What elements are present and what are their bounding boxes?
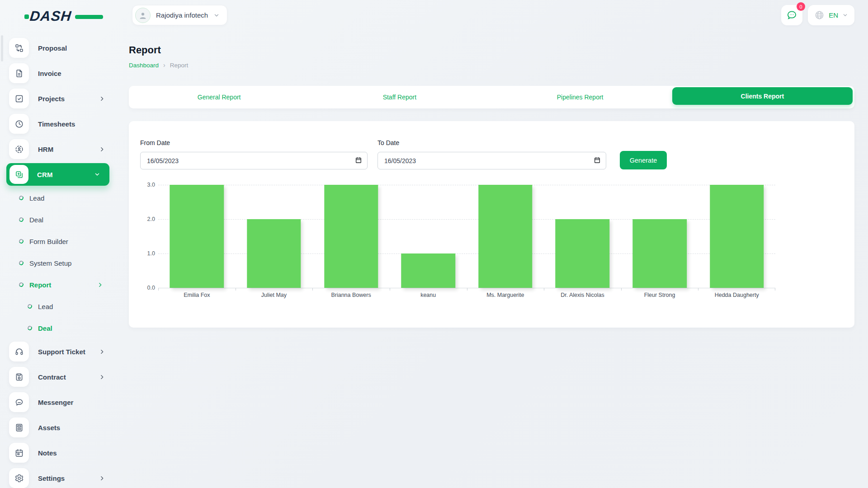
- sidebar-item-hrm[interactable]: HRM: [0, 136, 117, 162]
- language-selector[interactable]: EN: [808, 5, 854, 25]
- chart-bar[interactable]: [710, 185, 764, 288]
- timesheets-icon: [9, 114, 29, 134]
- clients-report-chart: [158, 185, 775, 288]
- chart-bar[interactable]: [247, 219, 301, 288]
- breadcrumb-dashboard-link[interactable]: Dashboard: [129, 62, 159, 69]
- chart-bar[interactable]: [324, 185, 378, 288]
- sidebar-subitem-form-builder[interactable]: Form Builder: [0, 230, 117, 252]
- chevron-right-icon: [99, 96, 105, 102]
- sidebar-subitem-system-setup[interactable]: System Setup: [0, 252, 117, 274]
- sidebar-subitem-report[interactable]: Report: [0, 274, 117, 296]
- sidebar-subitem-deal[interactable]: Deal: [0, 209, 117, 230]
- bullet-icon: [19, 260, 24, 266]
- sidebar-item-projects[interactable]: Projects: [0, 86, 117, 111]
- tab-general-report[interactable]: General Report: [129, 86, 309, 108]
- sidebar-item-label: Messenger: [38, 399, 73, 406]
- sidebar-subitem-label: Form Builder: [29, 238, 68, 245]
- x-axis-tick: [775, 288, 775, 291]
- chevron-down-icon: [213, 12, 220, 19]
- company-selector[interactable]: Rajodiya infotech: [132, 5, 227, 25]
- hrm-icon: [9, 139, 29, 159]
- x-axis-label: Emilia Fox: [158, 292, 236, 298]
- sidebar-item-timesheets[interactable]: Timesheets: [0, 111, 117, 136]
- x-axis-tick: [698, 288, 698, 291]
- chevron-down-icon: [94, 171, 100, 178]
- sidebar-subitem-label: Deal: [29, 216, 43, 224]
- from-date-wrap: [140, 152, 368, 169]
- sidebar-item-crm[interactable]: CRM: [6, 163, 109, 186]
- tab-pipelines-report[interactable]: Pipelines Report: [490, 86, 670, 108]
- chart-bar[interactable]: [632, 219, 686, 288]
- sidebar-subitem-report-lead[interactable]: Lead: [0, 296, 117, 317]
- sidebar-item-proposal[interactable]: Proposal: [0, 35, 117, 61]
- invoice-icon: [9, 63, 29, 83]
- x-axis-tick: [467, 288, 467, 291]
- sidebar-item-label: Settings: [38, 474, 65, 482]
- calendar-picker-icon[interactable]: [355, 156, 362, 165]
- globe-icon: [814, 10, 825, 20]
- sidebar-item-label: Timesheets: [38, 120, 75, 128]
- language-code: EN: [829, 11, 838, 19]
- contract-icon: [9, 367, 29, 387]
- sidebar-item-notes[interactable]: Notes: [0, 440, 117, 465]
- calculator-icon: [9, 418, 29, 437]
- messages-button[interactable]: 0: [781, 5, 802, 25]
- tab-clients-report[interactable]: Clients Report: [672, 87, 853, 105]
- chart-slot: [544, 185, 621, 288]
- chart-bar[interactable]: [556, 219, 609, 288]
- x-axis-tick: [158, 288, 159, 291]
- x-axis-tick: [621, 288, 622, 291]
- main-content: Report Dashboard › Report General Report…: [129, 32, 854, 328]
- page-title: Report: [129, 44, 854, 56]
- to-date-wrap: [377, 152, 606, 169]
- tab-staff-report[interactable]: Staff Report: [309, 86, 490, 108]
- from-date-input[interactable]: [140, 152, 368, 169]
- bullet-icon: [19, 239, 24, 244]
- logo-dash-bar: [75, 15, 103, 19]
- sidebar-subitem-lead[interactable]: Lead: [0, 187, 117, 209]
- x-axis-label: Brianna Bowers: [312, 292, 390, 298]
- bullet-icon: [27, 325, 33, 331]
- x-axis-tick: [390, 288, 390, 291]
- app-logo[interactable]: DASH: [30, 8, 89, 24]
- sidebar-item-invoice[interactable]: Invoice: [0, 61, 117, 86]
- sidebar-item-label: Projects: [38, 95, 65, 103]
- y-axis-label: 0.0: [147, 285, 155, 291]
- messages-count-badge: 0: [797, 2, 805, 11]
- sidebar-subitem-label: System Setup: [29, 259, 71, 267]
- sidebar-item-label: HRM: [38, 145, 53, 153]
- sidebar-item-messenger[interactable]: Messenger: [0, 389, 117, 415]
- x-axis-label: Ms. Marguerite: [467, 292, 544, 298]
- bullet-icon: [19, 195, 24, 201]
- proposal-icon: [9, 38, 29, 58]
- sidebar-item-label: Notes: [38, 449, 57, 457]
- sidebar-item-label: Assets: [38, 424, 60, 432]
- clients-report-card: From Date To Date Generate 3.02.01.00.0 …: [129, 121, 854, 328]
- breadcrumb-current: Report: [170, 62, 189, 69]
- x-axis-label: Juliet May: [236, 292, 313, 298]
- x-axis-tick: [312, 288, 313, 291]
- sidebar-item-settings[interactable]: Settings: [0, 465, 117, 488]
- sidebar-item-assets[interactable]: Assets: [0, 415, 117, 440]
- from-date-label: From Date: [140, 139, 170, 146]
- chart-bar[interactable]: [478, 185, 532, 288]
- app-screen: DASH Rajodiya infotech 0: [0, 0, 868, 488]
- chart-bar[interactable]: [170, 185, 224, 288]
- sidebar-item-support-ticket[interactable]: Support Ticket: [0, 339, 117, 364]
- sidebar-subitem-report-deal[interactable]: Deal: [0, 317, 117, 339]
- chevron-right-icon: [99, 349, 105, 355]
- to-date-input[interactable]: [377, 152, 606, 169]
- headphones-icon: [9, 342, 29, 361]
- calendar-picker-icon[interactable]: [594, 156, 601, 165]
- sidebar-item-label: Contract: [38, 373, 66, 381]
- chart-slot: [158, 185, 236, 288]
- chart-bar[interactable]: [401, 253, 455, 288]
- sidebar-nav: Proposal Invoice Projects Timesheet: [0, 35, 117, 488]
- chart-slot: [698, 185, 775, 288]
- bullet-icon: [19, 282, 24, 287]
- generate-button[interactable]: Generate: [620, 151, 667, 169]
- company-avatar: [135, 8, 151, 23]
- logo-dot: [24, 14, 29, 19]
- sidebar-item-contract[interactable]: Contract: [0, 364, 117, 389]
- bullet-icon: [19, 217, 24, 222]
